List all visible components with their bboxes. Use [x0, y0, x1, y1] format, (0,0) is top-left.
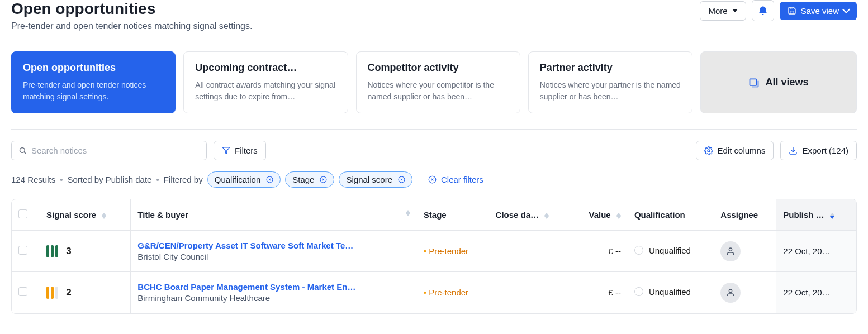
filter-chip-signal-score[interactable]: Signal score: [339, 171, 412, 188]
sort-icon: [406, 210, 410, 216]
column-header-close-date[interactable]: Close da…: [489, 199, 572, 231]
buyer-name: Bristol City Council: [137, 252, 410, 261]
column-header-qualification[interactable]: Qualification: [628, 199, 714, 231]
search-icon: [18, 146, 27, 155]
svg-point-19: [729, 289, 732, 292]
search-input-wrapper[interactable]: [11, 141, 207, 160]
view-card-title: Upcoming contract…: [195, 62, 336, 74]
svg-point-1: [20, 148, 25, 153]
separator-dot: •: [60, 175, 63, 184]
table-row[interactable]: 2 BCHC Board Paper Management System - M…: [12, 272, 856, 313]
notice-title-link[interactable]: BCHC Board Paper Management System - Mar…: [137, 282, 367, 292]
triangle-down-icon: [732, 9, 738, 12]
save-view-label: Save view: [801, 6, 839, 16]
filter-icon: [222, 146, 230, 155]
all-views-label: All views: [765, 77, 808, 88]
svg-rect-0: [750, 79, 757, 85]
sort-icon: [830, 213, 834, 219]
sort-icon: [544, 213, 549, 219]
close-circle-icon: [428, 175, 437, 184]
row-checkbox[interactable]: [18, 246, 27, 255]
results-count: 124 Results: [11, 175, 55, 184]
notice-title-link[interactable]: G&R/CEN/Property Asset IT Software Soft …: [137, 241, 367, 250]
assignee-avatar[interactable]: [720, 283, 741, 303]
column-header-stage[interactable]: Stage: [417, 199, 489, 231]
column-header-assignee[interactable]: Assignee: [714, 199, 776, 231]
filters-button[interactable]: Filters: [214, 141, 266, 160]
view-card-open-opportunities[interactable]: Open opportunities Pre-tender and open t…: [11, 51, 176, 113]
close-icon[interactable]: [266, 176, 273, 183]
svg-line-2: [24, 152, 26, 154]
row-checkbox[interactable]: [18, 287, 27, 296]
qualification-circle-icon: [634, 246, 643, 255]
sorted-by-text: Sorted by Publish date: [67, 175, 151, 184]
view-card-description: Notices where your competitor is the nam…: [368, 79, 509, 103]
sort-icon: [616, 213, 621, 219]
filtered-by-text: Filtered by: [164, 175, 203, 184]
filter-chip-label: Signal score: [346, 175, 392, 184]
clear-filters-label: Clear filters: [441, 175, 483, 184]
signal-score-value: 3: [66, 246, 71, 256]
sort-icon: [102, 213, 106, 219]
view-card-title: Partner activity: [540, 62, 681, 74]
select-all-checkbox[interactable]: [18, 209, 27, 218]
column-header-title-buyer[interactable]: Title & buyer: [131, 199, 417, 231]
view-card-description: Pre-tender and open tender notices match…: [23, 79, 164, 103]
view-card-title: Open opportunities: [23, 62, 164, 74]
close-icon[interactable]: [398, 176, 405, 183]
signal-bars-icon: [46, 245, 58, 257]
more-label: More: [708, 6, 727, 16]
filter-chip-stage[interactable]: Stage: [285, 171, 334, 188]
qualification-circle-icon: [634, 287, 643, 296]
download-icon: [789, 146, 798, 155]
view-card-partner-activity[interactable]: Partner activity Notices where your part…: [528, 51, 692, 113]
svg-point-4: [708, 150, 710, 152]
filter-chip-label: Stage: [292, 175, 314, 184]
view-card-description: All contract awards matching your signal…: [195, 79, 336, 103]
page-title: Open opportunities: [11, 0, 252, 18]
save-view-button[interactable]: Save view: [780, 2, 857, 20]
stage-badge: Pre-tender: [424, 288, 468, 297]
filters-label: Filters: [235, 146, 258, 155]
svg-point-18: [729, 248, 732, 251]
column-header-value[interactable]: Value: [571, 199, 627, 231]
view-card-title: Competitor activity: [368, 62, 509, 74]
clear-filters-button[interactable]: Clear filters: [428, 175, 483, 184]
signal-bars-icon: [46, 287, 58, 299]
more-button[interactable]: More: [700, 1, 746, 21]
qualification-indicator[interactable]: Unqualified: [634, 287, 691, 297]
view-card-competitor-activity[interactable]: Competitor activity Notices where your c…: [356, 51, 520, 113]
filter-chip-label: Qualification: [215, 175, 261, 184]
buyer-name: Birmingham Community Healthcare: [137, 293, 410, 303]
export-label: Export (124): [802, 146, 848, 155]
signal-score-value: 2: [66, 287, 71, 298]
edit-columns-label: Edit columns: [718, 146, 766, 155]
publish-date: 22 Oct, 20…: [776, 272, 856, 313]
view-card-description: Notices where your partner is the named …: [540, 79, 681, 103]
close-icon[interactable]: [320, 176, 327, 183]
value-cell: £ --: [571, 231, 627, 272]
column-header-signal-score[interactable]: Signal score: [40, 199, 131, 231]
view-card-upcoming-contract[interactable]: Upcoming contract… All contract awards m…: [183, 51, 348, 113]
person-icon: [726, 288, 735, 297]
assignee-avatar[interactable]: [720, 241, 741, 261]
qualification-label: Unqualified: [649, 246, 691, 255]
column-header-publish[interactable]: Publish …: [776, 199, 856, 231]
notification-button[interactable]: [752, 0, 774, 21]
search-input[interactable]: [31, 146, 200, 155]
separator-dot: •: [156, 175, 159, 184]
person-icon: [726, 247, 735, 256]
value-cell: £ --: [571, 272, 627, 313]
edit-columns-button[interactable]: Edit columns: [696, 141, 774, 160]
qualification-indicator[interactable]: Unqualified: [634, 246, 691, 255]
table-row[interactable]: 3 G&R/CEN/Property Asset IT Software Sof…: [12, 231, 856, 272]
save-icon: [788, 6, 796, 15]
stage-badge: Pre-tender: [424, 246, 468, 256]
export-button[interactable]: Export (124): [780, 141, 857, 160]
svg-marker-3: [222, 147, 230, 154]
page-subtitle: Pre-tender and open tender notices match…: [11, 21, 252, 31]
gear-icon: [704, 146, 713, 155]
filter-chip-qualification[interactable]: Qualification: [207, 171, 281, 188]
all-views-icon: [748, 77, 760, 88]
all-views-button[interactable]: All views: [700, 51, 857, 113]
